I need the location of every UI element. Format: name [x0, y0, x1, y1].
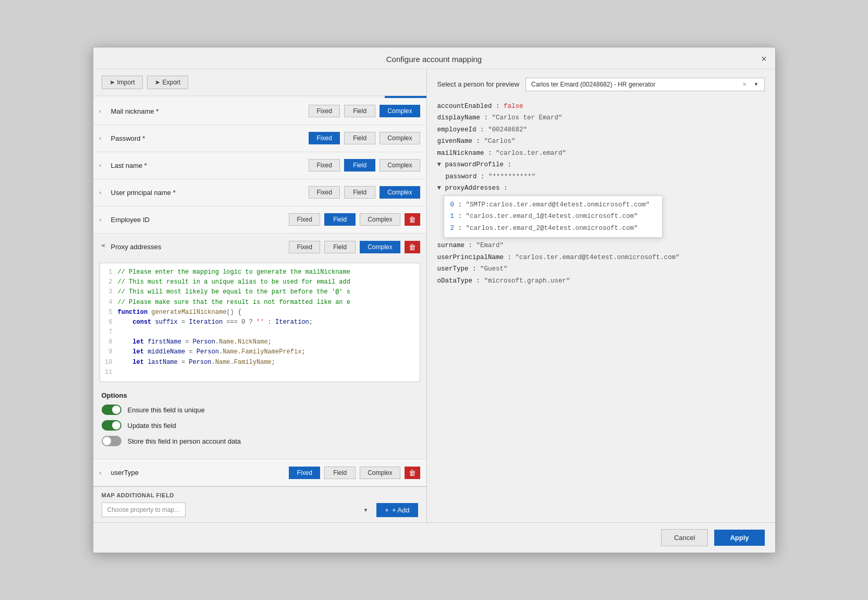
import-icon: ➤ [109, 79, 115, 86]
fixed-btn-proxy[interactable]: Fixed [289, 241, 320, 253]
apply-button[interactable]: Apply [714, 530, 764, 546]
json-proxy-addresses-section: ▼ proxyAddresses : 0 : "SMTP:carlos.ter.… [437, 182, 765, 240]
json-proxy-key: ▼ proxyAddresses : [437, 182, 765, 194]
clear-person-icon[interactable]: × [743, 81, 747, 88]
options-title: Options [102, 391, 418, 399]
field-name-user-type: userType [111, 469, 285, 476]
field-btn-mail-nickname[interactable]: Field [344, 105, 375, 117]
json-mail-nickname: mailNickname : "carlos.ter.emard" [437, 148, 765, 160]
json-odata-type: oDataType : "microsoft.graph.user" [437, 275, 765, 287]
chevron-user-principal[interactable]: ‹ [100, 189, 107, 195]
selected-person: Carlos ter Emard (00248682) - HR generat… [531, 81, 655, 88]
json-surname: surname : "Emard" [437, 240, 765, 252]
complex-btn-password[interactable]: Complex [380, 132, 420, 144]
add-icon: + [385, 506, 389, 514]
complex-btn-user-type[interactable]: Complex [360, 467, 400, 479]
chevron-last-name[interactable]: ‹ [100, 162, 107, 168]
close-button[interactable]: × [761, 54, 767, 65]
json-employee-id: employeeId : "00248682" [437, 124, 765, 136]
field-btn-employee-id[interactable]: Field [324, 213, 356, 226]
option-row-unique: Ensure this field is unique [102, 405, 418, 415]
modal-header: Configure account mapping × [93, 47, 775, 69]
fields-container[interactable]: ‹ Mail nickname * Fixed Field Complex ‹ … [93, 98, 426, 486]
field-row-password: ‹ Password * Fixed Field Complex [93, 125, 426, 152]
field-name-employee-id: Employee ID [111, 216, 285, 224]
chevron-user-type[interactable]: ‹ [100, 470, 107, 476]
field-row-user-principal: ‹ User principal name * Fixed Field Comp… [93, 179, 426, 206]
person-select[interactable]: Carlos ter Emard (00248682) - HR generat… [525, 78, 764, 91]
add-field-button[interactable]: + + Add [376, 503, 418, 517]
cancel-button[interactable]: Cancel [661, 529, 708, 546]
right-panel: Select a person for preview Carlos ter E… [427, 69, 775, 522]
toggle-unique[interactable] [102, 405, 121, 415]
fixed-btn-employee-id[interactable]: Fixed [289, 213, 320, 226]
add-field-row: Choose property to map... ▼ + + Add [102, 503, 418, 517]
proxy-addresses-box: 0 : "SMTP:carlos.ter.emard@t4etest.onmic… [444, 195, 663, 238]
delete-btn-user-type[interactable]: 🗑 [405, 467, 420, 479]
json-password-profile-key: ▼ passwordProfile : [437, 159, 765, 171]
option-row-update: Update this field [102, 420, 418, 431]
option-row-store: Store this field in person account data [102, 436, 418, 446]
export-button[interactable]: ➤ Export [147, 76, 189, 89]
fixed-btn-password[interactable]: Fixed [309, 132, 340, 144]
field-btn-proxy[interactable]: Field [324, 241, 356, 253]
json-user-principal-name: userPrincipalName : "carlos.ter.emard@t4… [437, 252, 765, 264]
left-panel: ➤ Import ➤ Export ‹ Mail nickname * Fixe… [93, 69, 427, 522]
json-given-name: givenName : "Carlos" [437, 136, 765, 148]
options-section: Options Ensure this field is unique Upda… [93, 386, 426, 459]
chevron-mail-nickname[interactable]: ‹ [100, 108, 107, 114]
complex-btn-employee-id[interactable]: Complex [360, 213, 400, 226]
add-field-bar: MAP ADDITIONAL FIELD Choose property to … [93, 486, 426, 522]
field-btn-last-name[interactable]: Field [344, 159, 375, 172]
toolbar: ➤ Import ➤ Export [93, 69, 426, 96]
import-button[interactable]: ➤ Import [102, 76, 143, 89]
proxy-item-0: 0 : "SMTP:carlos.ter.emard@t4etest.onmic… [450, 199, 656, 211]
fixed-btn-user-principal[interactable]: Fixed [309, 186, 340, 199]
toggle-store[interactable] [102, 436, 121, 446]
field-name-mail-nickname: Mail nickname * [111, 107, 305, 115]
option-label-update: Update this field [128, 422, 176, 430]
modal-title: Configure account mapping [386, 55, 482, 64]
complex-btn-last-name[interactable]: Complex [380, 159, 420, 172]
field-name-password: Password * [111, 134, 305, 142]
proxy-item-1: 1 : "carlos.ter.emard_1@t4etest.onmicros… [450, 211, 656, 223]
option-label-unique: Ensure this field is unique [128, 406, 205, 414]
modal-body: ➤ Import ➤ Export ‹ Mail nickname * Fixe… [93, 69, 775, 522]
field-row-employee-id: ‹ Employee ID Fixed Field Complex 🗑 [93, 206, 426, 234]
add-field-title: MAP ADDITIONAL FIELD [102, 492, 418, 498]
chevron-password[interactable]: ‹ [100, 135, 107, 141]
person-select-chevron-icon[interactable]: ▼ [754, 81, 759, 87]
complex-btn-proxy[interactable]: Complex [360, 241, 400, 253]
field-row-last-name: ‹ Last name * Fixed Field Complex [93, 152, 426, 179]
field-row-proxy-addresses: ∨ Proxy addresses Fixed Field Complex 🗑 … [93, 234, 426, 459]
field-btn-password[interactable]: Field [344, 132, 375, 144]
property-select-wrapper: Choose property to map... ▼ [102, 503, 373, 517]
complex-btn-mail-nickname[interactable]: Complex [380, 105, 420, 117]
fixed-btn-mail-nickname[interactable]: Fixed [309, 105, 340, 117]
modal-container: Configure account mapping × ➤ Import ➤ E… [93, 47, 776, 553]
select-arrow-icon: ▼ [363, 507, 368, 513]
toggle-update[interactable] [102, 420, 121, 431]
proxy-item-2: 2 : "carlos.ter.emard_2@t4etest.onmicros… [450, 223, 656, 235]
option-label-store: Store this field in person account data [128, 437, 241, 445]
delete-btn-proxy[interactable]: 🗑 [405, 241, 420, 253]
fixed-btn-last-name[interactable]: Fixed [309, 159, 340, 172]
json-display-name: displayName : "Carlos ter Emard" [437, 112, 765, 124]
delete-btn-employee-id[interactable]: 🗑 [405, 213, 420, 226]
complex-btn-user-principal[interactable]: Complex [380, 186, 420, 199]
property-select[interactable]: Choose property to map... [102, 503, 186, 517]
field-btn-user-principal[interactable]: Field [344, 186, 375, 199]
fixed-btn-user-type[interactable]: Fixed [289, 467, 320, 479]
field-name-user-principal: User principal name * [111, 189, 305, 197]
chevron-proxy[interactable]: ∨ [100, 243, 106, 251]
field-row-proxy-header: ∨ Proxy addresses Fixed Field Complex 🗑 [93, 234, 426, 261]
field-name-proxy: Proxy addresses [111, 243, 285, 251]
json-user-type: userType : "Guest" [437, 263, 765, 275]
chevron-employee-id[interactable]: ‹ [100, 216, 107, 223]
json-account-enabled: accountEnabled : false [437, 101, 765, 113]
field-name-last-name: Last name * [111, 162, 305, 169]
code-editor[interactable]: 1// Please enter the mapping logic to ge… [100, 263, 420, 382]
json-tree: accountEnabled : false displayName : "Ca… [437, 101, 765, 287]
field-btn-user-type[interactable]: Field [324, 467, 356, 479]
field-row-user-type: ‹ userType Fixed Field Complex 🗑 [93, 459, 426, 486]
